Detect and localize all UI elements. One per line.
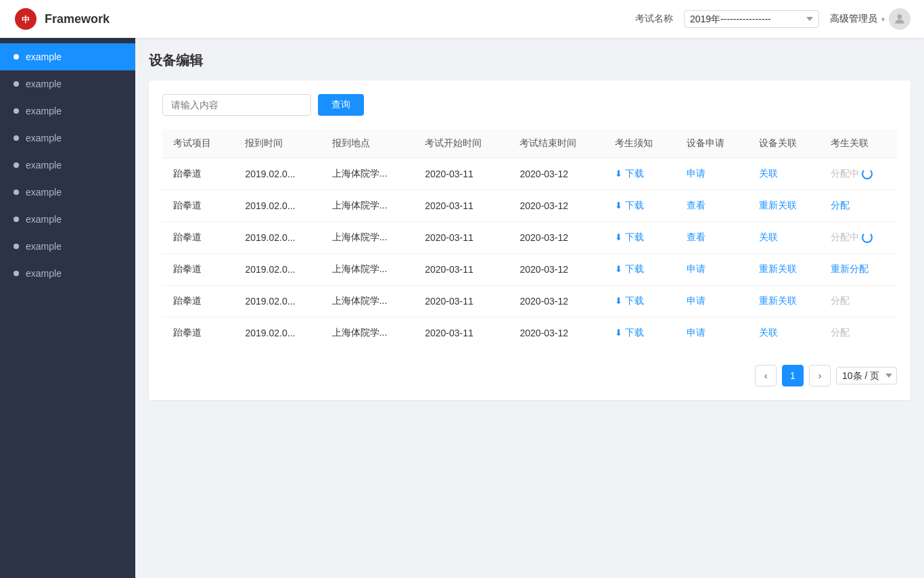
device-apply-link[interactable]: 申请 bbox=[687, 327, 706, 338]
download-icon: ⬇ bbox=[615, 200, 622, 210]
table-row: 跆拳道2019.02.0...上海体院学...2020-03-112020-03… bbox=[162, 222, 897, 254]
download-icon: ⬇ bbox=[615, 296, 622, 306]
cell-device-link[interactable]: 重新关联 bbox=[748, 254, 820, 286]
cell-notice[interactable]: ⬇下载 bbox=[604, 190, 676, 222]
cell-end-time: 2020-03-12 bbox=[509, 286, 603, 317]
device-link-link[interactable]: 重新关联 bbox=[759, 295, 797, 306]
sidebar-item-8[interactable]: example bbox=[0, 233, 135, 260]
cell-device-link[interactable]: 重新关联 bbox=[748, 190, 820, 222]
sidebar-label: example bbox=[26, 51, 62, 62]
cell-report-location: 上海体院学... bbox=[321, 158, 415, 190]
cell-student-link[interactable]: 分配 bbox=[820, 190, 897, 222]
sidebar-item-9[interactable]: example bbox=[0, 260, 135, 287]
download-link[interactable]: 下载 bbox=[625, 168, 644, 179]
cell-device-link[interactable]: 关联 bbox=[748, 158, 820, 190]
sidebar-label: example bbox=[26, 133, 62, 143]
header-left: 中 Framework bbox=[14, 7, 110, 31]
cell-student-link[interactable]: 分配中 bbox=[820, 158, 897, 190]
search-input[interactable] bbox=[162, 94, 311, 116]
cell-device-apply[interactable]: 查看 bbox=[676, 190, 747, 222]
cell-student-link[interactable]: 分配中 bbox=[820, 222, 897, 254]
student-link-disabled: 分配 bbox=[831, 327, 850, 338]
cell-exam-item: 跆拳道 bbox=[162, 222, 234, 254]
header-right: 考试名称 2019年---------------- 高级管理员 ▾ bbox=[635, 8, 910, 30]
data-table: 考试项目报到时间报到地点考试开始时间考试结束时间考生须知设备申请设备关联考生关联… bbox=[162, 129, 897, 349]
cell-device-apply[interactable]: 查看 bbox=[676, 222, 747, 254]
download-link[interactable]: 下载 bbox=[625, 295, 644, 306]
device-link-link[interactable]: 重新关联 bbox=[759, 263, 797, 274]
device-link-link[interactable]: 关联 bbox=[759, 327, 778, 338]
cell-end-time: 2020-03-12 bbox=[509, 190, 603, 222]
cell-start-time: 2020-03-11 bbox=[414, 190, 509, 222]
cell-notice[interactable]: ⬇下载 bbox=[604, 222, 676, 254]
sidebar-item-4[interactable]: example bbox=[0, 125, 135, 152]
sidebar-item-7[interactable]: example bbox=[0, 206, 135, 233]
cell-device-apply[interactable]: 申请 bbox=[676, 254, 747, 286]
cell-device-link[interactable]: 重新关联 bbox=[748, 286, 820, 317]
cell-report-time: 2019.02.0... bbox=[234, 286, 321, 317]
cell-device-apply[interactable]: 申请 bbox=[676, 317, 747, 349]
table-row: 跆拳道2019.02.0...上海体院学...2020-03-112020-03… bbox=[162, 317, 897, 349]
table-column-header: 设备申请 bbox=[676, 129, 747, 158]
device-apply-link[interactable]: 申请 bbox=[687, 168, 706, 179]
device-apply-link[interactable]: 申请 bbox=[687, 295, 706, 306]
cell-report-time: 2019.02.0... bbox=[234, 190, 321, 222]
cell-report-location: 上海体院学... bbox=[321, 254, 415, 286]
student-link-active[interactable]: 重新分配 bbox=[831, 263, 869, 274]
cell-device-apply[interactable]: 申请 bbox=[676, 158, 747, 190]
cell-report-time: 2019.02.0... bbox=[234, 317, 321, 349]
cell-device-link[interactable]: 关联 bbox=[748, 222, 820, 254]
sidebar-label: example bbox=[26, 79, 62, 89]
chevron-down-icon: ▾ bbox=[881, 16, 885, 23]
download-link[interactable]: 下载 bbox=[625, 327, 644, 338]
cell-start-time: 2020-03-11 bbox=[414, 317, 509, 349]
prev-page-button[interactable]: ‹ bbox=[755, 365, 777, 386]
layout: exampleexampleexampleexampleexampleexamp… bbox=[0, 38, 924, 578]
cell-device-apply[interactable]: 申请 bbox=[676, 286, 747, 317]
cell-end-time: 2020-03-12 bbox=[509, 158, 603, 190]
cell-student-link[interactable]: 分配 bbox=[820, 317, 897, 349]
sidebar-item-3[interactable]: example bbox=[0, 97, 135, 125]
cell-report-location: 上海体院学... bbox=[321, 317, 415, 349]
device-apply-link[interactable]: 申请 bbox=[687, 263, 706, 274]
sidebar-dot bbox=[14, 190, 19, 195]
device-link-link[interactable]: 重新关联 bbox=[759, 200, 797, 210]
sidebar-item-2[interactable]: example bbox=[0, 70, 135, 97]
cell-report-time: 2019.02.0... bbox=[234, 254, 321, 286]
cell-student-link[interactable]: 重新分配 bbox=[820, 254, 897, 286]
sidebar-dot bbox=[14, 162, 19, 168]
sidebar-item-1[interactable]: example bbox=[0, 43, 135, 70]
page-title: 设备编辑 bbox=[149, 51, 910, 70]
header: 中 Framework 考试名称 2019年---------------- 高… bbox=[0, 0, 924, 38]
next-page-button[interactable]: › bbox=[809, 365, 831, 386]
cell-student-link[interactable]: 分配 bbox=[820, 286, 897, 317]
exam-select[interactable]: 2019年---------------- bbox=[684, 10, 819, 28]
sidebar-item-5[interactable]: example bbox=[0, 152, 135, 179]
cell-report-location: 上海体院学... bbox=[321, 190, 415, 222]
device-link-link[interactable]: 关联 bbox=[759, 231, 778, 242]
table-head: 考试项目报到时间报到地点考试开始时间考试结束时间考生须知设备申请设备关联考生关联 bbox=[162, 129, 897, 158]
device-apply-link[interactable]: 查看 bbox=[687, 200, 706, 210]
download-link[interactable]: 下载 bbox=[625, 263, 644, 274]
cell-notice[interactable]: ⬇下载 bbox=[604, 317, 676, 349]
download-icon: ⬇ bbox=[615, 169, 622, 179]
svg-text:中: 中 bbox=[22, 15, 30, 24]
cell-exam-item: 跆拳道 bbox=[162, 190, 234, 222]
student-link-active[interactable]: 分配 bbox=[831, 200, 850, 210]
search-button[interactable]: 查询 bbox=[318, 94, 364, 116]
table-column-header: 设备关联 bbox=[748, 129, 820, 158]
table-column-header: 考生须知 bbox=[604, 129, 676, 158]
current-page-button[interactable]: 1 bbox=[782, 365, 804, 386]
cell-notice[interactable]: ⬇下载 bbox=[604, 286, 676, 317]
cell-notice[interactable]: ⬇下载 bbox=[604, 158, 676, 190]
device-apply-link[interactable]: 查看 bbox=[687, 231, 706, 242]
pagination: ‹ 1 › 10条 / 页 bbox=[162, 365, 897, 386]
cell-device-link[interactable]: 关联 bbox=[748, 317, 820, 349]
cell-notice[interactable]: ⬇下载 bbox=[604, 254, 676, 286]
page-size-select[interactable]: 10条 / 页 bbox=[836, 367, 897, 384]
device-link-link[interactable]: 关联 bbox=[759, 168, 778, 179]
download-link[interactable]: 下载 bbox=[625, 200, 644, 210]
download-link[interactable]: 下载 bbox=[625, 231, 644, 242]
user-area[interactable]: 高级管理员 ▾ bbox=[830, 8, 910, 30]
sidebar-item-6[interactable]: example bbox=[0, 179, 135, 206]
